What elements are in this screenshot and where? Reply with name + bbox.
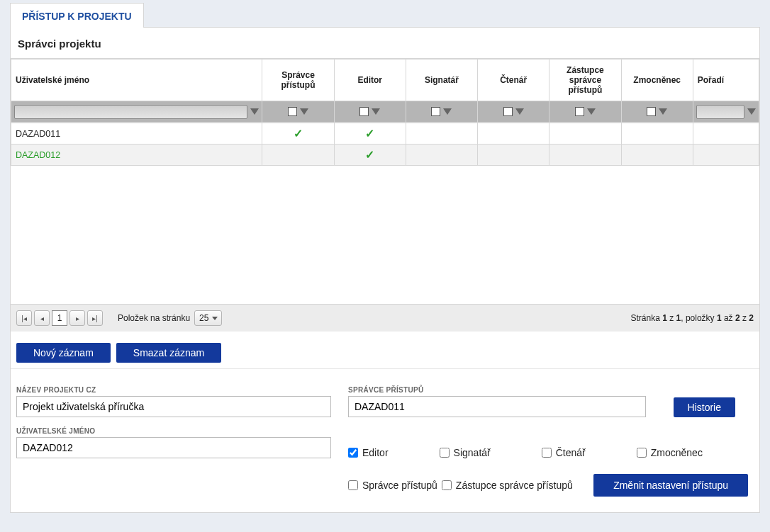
col-admin[interactable]: Správce přístupů [262,60,334,101]
editor-checkbox-wrap[interactable]: Editor [348,447,389,458]
filter-icon[interactable] [443,108,452,115]
project-name-label: NÁZEV PROJEKTU CZ [16,386,331,394]
cell-user: DAZAD011 [11,123,262,145]
tab-project-access[interactable]: PŘÍSTUP K PROJEKTU [10,3,144,28]
col-user[interactable]: Uživatelské jméno [11,60,262,101]
username-label: UŽIVATELSKÉ JMÉNO [16,427,331,435]
filter-icon[interactable] [300,108,308,115]
pager-size-label: Položek na stránku [118,313,190,323]
check-icon: ✓ [294,128,303,140]
cell-deputy [549,145,621,166]
cell-reader [478,123,549,145]
new-record-button[interactable]: Nový záznam [16,343,111,363]
proxy-checkbox[interactable] [637,448,647,458]
filter-proxy-check[interactable] [647,107,656,116]
grid-header-row: Uživatelské jméno Správce přístupů Edito… [11,60,759,101]
pager-info: Stránka 1 z 1, položky 1 až 2 z 2 [630,313,754,323]
check-icon: ✓ [365,149,374,161]
filter-user-input[interactable] [14,105,247,119]
admin-field[interactable] [348,396,646,417]
grid-filter-row [11,101,759,123]
filter-reader-check[interactable] [503,107,513,116]
cell-sign [406,123,477,145]
admin-role-checkbox[interactable] [348,480,358,490]
project-name-field[interactable] [16,396,331,417]
deputy-role-checkbox-wrap[interactable]: Zástupce správce přístupů [442,480,573,491]
filter-admin-check[interactable] [288,107,297,116]
filter-editor-check[interactable] [359,107,369,116]
signatory-checkbox-wrap[interactable]: Signatář [440,447,491,458]
grid-pager: |◂ ◂ 1 ▸ ▸| Položek na stránku 25 Stránk… [11,304,759,332]
editor-checkbox[interactable] [348,448,358,458]
reader-checkbox-wrap[interactable]: Čtenář [542,447,586,458]
pager-first-button[interactable]: |◂ [16,310,32,326]
table-row[interactable]: DAZAD011✓✓ [11,123,759,145]
cell-reader [478,145,549,166]
filter-icon[interactable] [747,108,756,115]
pager-prev-button[interactable]: ◂ [34,310,50,326]
cell-deputy [549,123,621,145]
history-button[interactable]: Historie [674,397,735,417]
change-access-button[interactable]: Změnit nastavení přístupu [593,474,748,497]
col-editor[interactable]: Editor [334,60,406,101]
col-proxy[interactable]: Zmocněnec [621,60,693,101]
check-icon: ✓ [365,128,374,140]
cell-admin [262,145,334,166]
filter-icon[interactable] [659,108,667,115]
cell-editor: ✓ [334,123,406,145]
delete-record-button[interactable]: Smazat záznam [116,343,221,363]
cell-sign [406,145,477,166]
action-button-row: Nový záznam Smazat záznam [11,332,759,369]
signatory-checkbox[interactable] [440,448,450,458]
cell-proxy [621,145,693,166]
col-sign[interactable]: Signatář [406,60,477,101]
cell-order [693,145,759,166]
col-order[interactable]: Pořadí [693,60,759,101]
admin-label: SPRÁVCE PŘÍSTUPŮ [348,386,646,394]
admin-role-checkbox-wrap[interactable]: Správce přístupů [348,480,437,491]
proxy-checkbox-wrap[interactable]: Zmocněnec [637,447,703,458]
section-title: Správci projektu [11,28,759,59]
detail-form: NÁZEV PROJEKTU CZ SPRÁVCE PŘÍSTUPŮ Histo… [11,369,759,512]
filter-deputy-check[interactable] [575,107,584,116]
cell-user: DAZAD012 [11,145,262,166]
filter-icon[interactable] [515,108,524,115]
table-row[interactable]: DAZAD012✓ [11,145,759,166]
filter-icon[interactable] [250,108,259,115]
filter-icon[interactable] [587,108,596,115]
users-grid: Uživatelské jméno Správce přístupů Edito… [11,59,759,123]
deputy-role-checkbox[interactable] [442,480,452,490]
pager-last-button[interactable]: ▸| [87,310,103,326]
pager-page-number[interactable]: 1 [52,310,67,326]
pager-size-select[interactable]: 25 [194,310,222,326]
col-deputy[interactable]: Zástupce správce přístupů [549,60,621,101]
users-grid-body: DAZAD011✓✓DAZAD012✓ [11,123,759,166]
main-panel: Správci projektu Uživatelské jméno Správ… [10,27,760,513]
cell-editor: ✓ [334,145,406,166]
filter-sign-check[interactable] [431,107,440,116]
filter-icon[interactable] [372,108,380,115]
filter-order-input[interactable] [696,105,744,119]
reader-checkbox[interactable] [542,448,552,458]
cell-proxy [621,123,693,145]
cell-admin: ✓ [262,123,334,145]
cell-order [693,123,759,145]
username-field[interactable] [16,437,331,458]
pager-next-button[interactable]: ▸ [69,310,85,326]
col-reader[interactable]: Čtenář [478,60,549,101]
